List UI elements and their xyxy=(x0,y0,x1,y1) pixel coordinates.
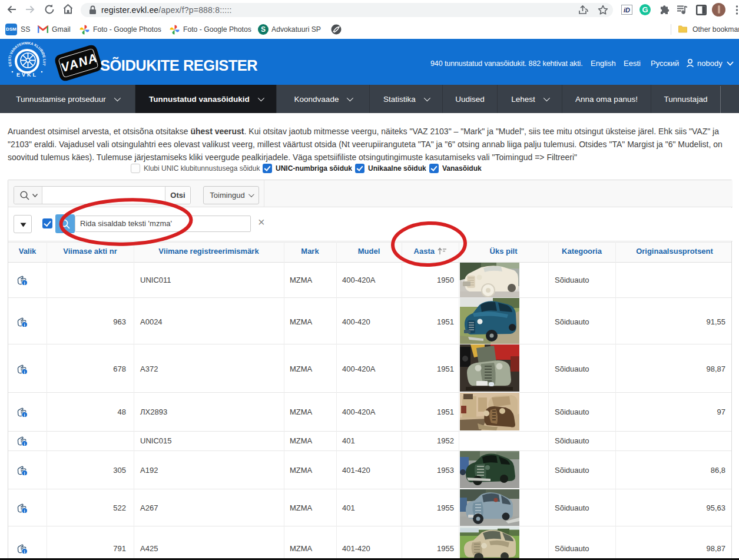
svg-text:EESTI VANATEHNIKA KLUBIDE LIIT: EESTI VANATEHNIKA KLUBIDE LIIT xyxy=(7,41,47,67)
svg-text:EVKL: EVKL xyxy=(16,72,38,78)
